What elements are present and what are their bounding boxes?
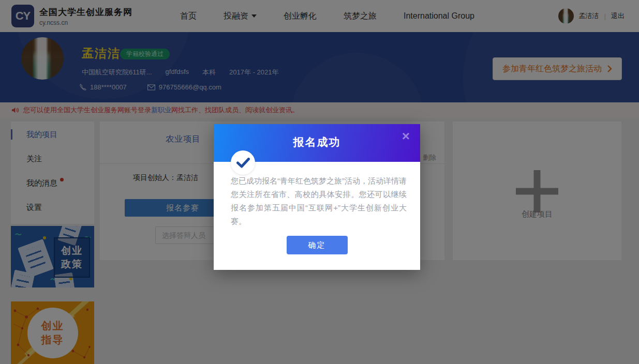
checkmark-icon bbox=[236, 158, 250, 168]
page: CY 全国大学生创业服务网 cy.ncss.cn 首页 投融资 创业孵化 筑梦之… bbox=[0, 0, 639, 364]
close-icon[interactable]: × bbox=[402, 129, 410, 143]
modal-message: 您已成功报名“青年红色筑梦之旅”活动，活动详情请您关注所在省市、高校的具体安排。… bbox=[231, 174, 407, 228]
confirm-button[interactable]: 确定 bbox=[287, 236, 348, 254]
signup-success-modal: 报名成功 × 您已成功报名“青年红色筑梦之旅”活动，活动详情请您关注所在省市、高… bbox=[214, 124, 420, 270]
modal-title: 报名成功 bbox=[214, 135, 420, 149]
success-check-badge bbox=[231, 150, 255, 175]
